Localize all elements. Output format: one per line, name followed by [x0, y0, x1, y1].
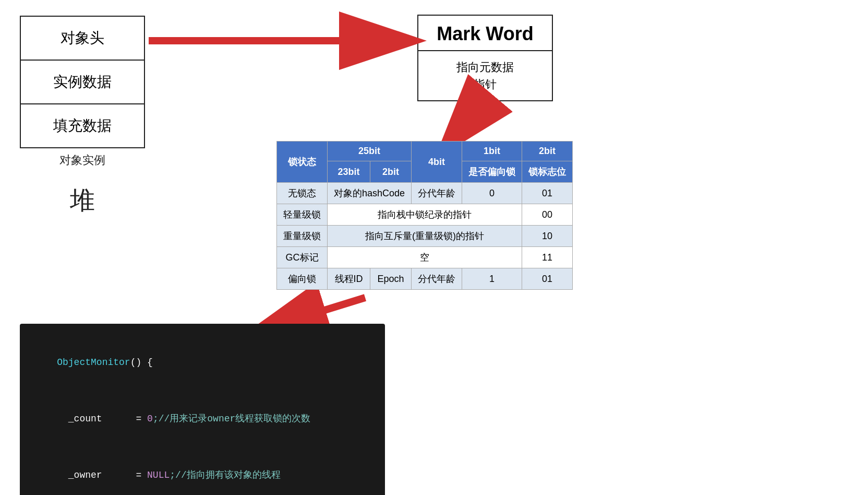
code-line-1: ObjectMonitor() {	[34, 334, 370, 391]
col-23bit: 23bit	[328, 161, 370, 183]
obj-padding-cell: 填充数据	[21, 104, 144, 147]
biased-0: 0	[462, 183, 522, 204]
stack-pointer: 指向栈中锁纪录的指针	[328, 204, 522, 226]
object-instance-container: 对象头 实例数据 填充数据 对象实例 堆	[20, 16, 145, 217]
lock-heavyweight: 重量级锁	[277, 226, 328, 247]
markword-title: Mark Word	[418, 16, 552, 51]
code-block: ObjectMonitor() { _count = 0;//用来记录owner…	[20, 324, 385, 495]
col-1bit: 1bit	[462, 142, 522, 161]
obj-data-cell: 实例数据	[21, 61, 144, 104]
heap-label: 堆	[20, 184, 145, 217]
markword-box: Mark Word 指向元数据指针	[417, 15, 553, 101]
markword-sub: 指向元数据指针	[418, 51, 552, 100]
flag-00: 00	[522, 204, 573, 226]
col-2bit-sub: 2bit	[370, 161, 412, 183]
lock-gc: GC标记	[277, 247, 328, 268]
object-box: 对象头 实例数据 填充数据	[20, 16, 145, 148]
lock-state-table-wrap: 锁状态 25bit 4bit 1bit 2bit 23bit 2bit 是否偏向…	[276, 141, 573, 290]
gen-age-1: 分代年龄	[412, 183, 462, 204]
flag-10: 10	[522, 226, 573, 247]
col-2bit: 2bit	[522, 142, 573, 161]
flag-01-biased: 01	[522, 268, 573, 290]
flag-01: 01	[522, 183, 573, 204]
col-lock-state: 锁状态	[277, 142, 328, 183]
gen-age-2: 分代年龄	[412, 268, 462, 290]
code-line-3: _owner = NULL;//指向拥有该对象的线程	[34, 447, 370, 495]
biased-1: 1	[462, 268, 522, 290]
epoch: Epoch	[370, 268, 412, 290]
gc-empty: 空	[328, 247, 522, 268]
flag-11: 11	[522, 247, 573, 268]
hashcode-cell: 对象的hashCode	[328, 183, 412, 204]
lock-state-table: 锁状态 25bit 4bit 1bit 2bit 23bit 2bit 是否偏向…	[276, 141, 573, 290]
col-25bit: 25bit	[328, 142, 412, 161]
col-flag: 锁标志位	[522, 161, 573, 183]
monitor-pointer: 指向互斥量(重量级锁)的指针	[328, 226, 522, 247]
lock-none: 无锁态	[277, 183, 328, 204]
code-line-2: _count = 0;//用来记录owner线程获取锁的次数	[34, 391, 370, 447]
lock-lightweight: 轻量级锁	[277, 204, 328, 226]
obj-instance-label: 对象实例	[20, 152, 145, 168]
obj-header-cell: 对象头	[21, 17, 144, 61]
col-4bit: 4bit	[412, 142, 462, 183]
col-biased: 是否偏向锁	[462, 161, 522, 183]
lock-biased: 偏向锁	[277, 268, 328, 290]
thread-id: 线程ID	[328, 268, 370, 290]
